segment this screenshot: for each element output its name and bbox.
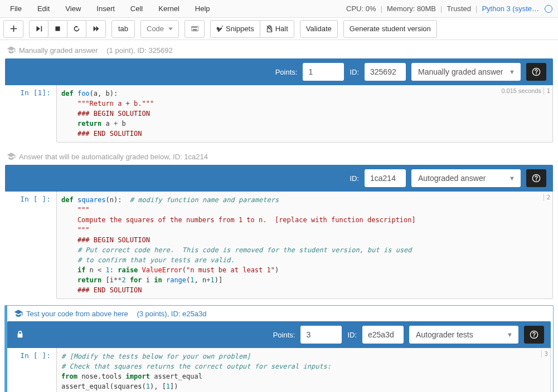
svg-rect-3 xyxy=(193,27,193,28)
help-button[interactable] xyxy=(524,326,544,344)
cell-autograded-answer[interactable]: ID: Autograded answer In [ ]: 2 def squa… xyxy=(4,164,554,300)
graduation-cap-icon xyxy=(7,46,16,55)
help-button[interactable] xyxy=(526,63,546,81)
snippets-button[interactable]: Snippets xyxy=(211,21,260,37)
notebook-area: Manually graded answer (1 point), ID: 32… xyxy=(0,40,558,392)
graduation-cap-icon xyxy=(7,152,16,161)
prompt: In [1]: xyxy=(5,85,56,143)
svg-rect-2 xyxy=(192,27,192,28)
halt-icon xyxy=(266,25,273,32)
prompt: In [ ]: xyxy=(5,348,56,392)
id-input[interactable] xyxy=(365,169,406,187)
restart-button[interactable] xyxy=(67,21,86,37)
graduation-cap-icon xyxy=(14,309,23,318)
status-memory: Memory: 80MB xyxy=(384,4,439,13)
validate-button[interactable]: Validate xyxy=(300,21,337,37)
help-icon xyxy=(532,67,541,76)
svg-point-11 xyxy=(536,180,537,181)
points-label: Points: xyxy=(275,68,298,76)
cell-header: ID: Autograded answer xyxy=(5,165,553,192)
help-icon xyxy=(532,174,541,183)
svg-point-9 xyxy=(536,74,537,75)
menu-help[interactable]: Help xyxy=(187,1,218,16)
code-input[interactable]: 0.015 seconds 1 def foo(a, b): """Return… xyxy=(56,85,553,143)
code-content[interactable]: def foo(a, b): """Return a + b.""" ### B… xyxy=(61,89,548,139)
celltype-select[interactable]: Code xyxy=(141,21,178,37)
cell-header: Points: ID: Autograder tests xyxy=(7,321,551,348)
code-input[interactable]: 3 # [Modify the tests below for your own… xyxy=(56,348,551,392)
add-cell-button[interactable] xyxy=(4,21,23,37)
menu-insert[interactable]: Insert xyxy=(89,1,123,16)
cell-number: 1 xyxy=(544,87,550,95)
points-input[interactable] xyxy=(303,63,344,81)
status-separator: | xyxy=(474,4,478,13)
menu-edit[interactable]: Edit xyxy=(30,1,57,16)
cell-manual-graded[interactable]: Points: ID: Manually graded answer In [1… xyxy=(4,58,554,143)
halt-button[interactable]: Halt xyxy=(260,21,294,37)
svg-rect-1 xyxy=(191,27,198,31)
svg-point-13 xyxy=(533,336,535,337)
fast-forward-icon xyxy=(93,25,100,32)
id-label: ID: xyxy=(347,331,357,339)
fast-forward-button[interactable] xyxy=(86,21,105,37)
id-label: ID: xyxy=(350,174,359,183)
menu-view[interactable]: View xyxy=(57,1,89,16)
id-label: ID: xyxy=(350,68,359,76)
points-input[interactable] xyxy=(300,326,342,344)
tab-button[interactable]: tab xyxy=(112,21,134,37)
snippets-label: Snippets xyxy=(226,24,254,33)
generate-student-button[interactable]: Generate student version xyxy=(344,21,436,37)
svg-rect-4 xyxy=(194,27,195,28)
cell-type-select[interactable]: Manually graded answer xyxy=(411,63,521,81)
code-input[interactable]: 2 def squares(n): # modify function name… xyxy=(56,192,553,299)
svg-rect-5 xyxy=(195,27,196,28)
run-button[interactable] xyxy=(30,21,48,37)
cell-number: 2 xyxy=(544,194,550,201)
section-label-autograded-answer: Answer that will be automatically graded… xyxy=(0,149,558,164)
stop-button[interactable] xyxy=(48,21,67,37)
svg-rect-6 xyxy=(196,27,197,28)
runtime-label: 0.015 seconds xyxy=(501,87,541,94)
section-label-tests: Test your code from above here (3 points… xyxy=(5,306,553,321)
code-content[interactable]: # [Modify the tests below for your own p… xyxy=(61,351,546,392)
menu-file[interactable]: File xyxy=(2,1,30,16)
help-icon xyxy=(530,330,538,339)
cell-number: 3 xyxy=(541,350,548,357)
id-input[interactable] xyxy=(362,326,404,344)
cell-type-select[interactable]: Autograder tests xyxy=(409,326,518,344)
lock-icon xyxy=(16,330,24,340)
prompt: In [ ]: xyxy=(5,192,56,299)
status-trusted[interactable]: Trusted xyxy=(443,4,474,13)
code-content[interactable]: def squares(n): # modify function name a… xyxy=(61,195,548,295)
stop-icon xyxy=(54,25,61,32)
magic-icon xyxy=(216,25,224,32)
halt-label: Halt xyxy=(275,24,288,33)
points-label: Points: xyxy=(273,331,295,339)
run-icon xyxy=(35,25,42,32)
status-separator: | xyxy=(379,4,383,13)
kernel-name[interactable]: Python 3 (syste… xyxy=(478,4,542,13)
id-input[interactable] xyxy=(365,63,406,81)
cell-header: Points: ID: Manually graded answer xyxy=(5,58,553,85)
cell-type-select[interactable]: Autograded answer xyxy=(411,169,521,187)
menu-kernel[interactable]: Kernel xyxy=(151,1,187,16)
keyboard-icon xyxy=(191,25,198,32)
help-button[interactable] xyxy=(526,169,546,187)
restart-icon xyxy=(73,25,80,32)
cell-autograder-tests[interactable]: Test your code from above here (3 points… xyxy=(4,305,554,392)
status-cpu: CPU: 0% xyxy=(343,4,379,13)
section-label-manual: Manually graded answer (1 point), ID: 32… xyxy=(0,42,558,58)
keyboard-button[interactable] xyxy=(185,21,204,37)
kernel-status-icon xyxy=(545,5,552,13)
status-separator: | xyxy=(439,4,443,13)
menu-cell[interactable]: Cell xyxy=(123,1,151,16)
svg-rect-7 xyxy=(192,30,197,30)
svg-rect-0 xyxy=(55,26,60,31)
plus-icon xyxy=(10,25,17,32)
